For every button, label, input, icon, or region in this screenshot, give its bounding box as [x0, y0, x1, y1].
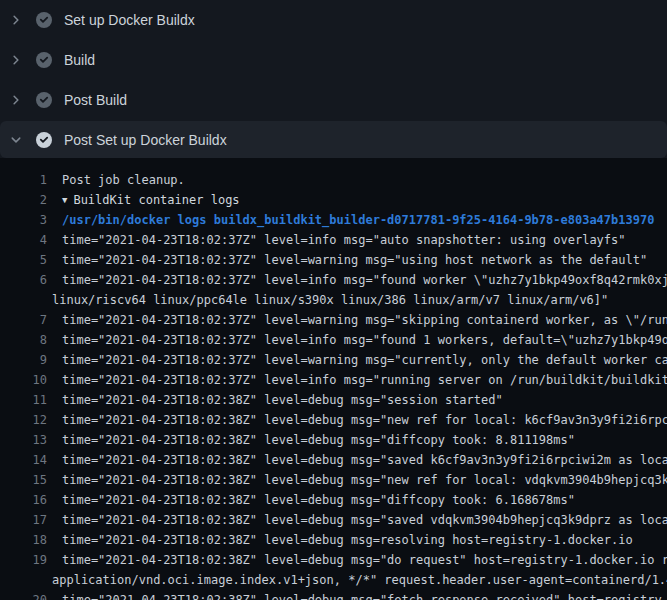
log-text: time="2021-04-23T18:02:37Z" level=warnin… — [47, 310, 667, 330]
log-text: time="2021-04-23T18:02:37Z" level=info m… — [47, 330, 667, 350]
log-line: 19time="2021-04-23T18:02:38Z" level=debu… — [0, 550, 667, 570]
line-number[interactable]: 2 — [0, 190, 47, 210]
log-console: 1Post job cleanup.2▼BuildKit container l… — [0, 158, 667, 600]
line-number[interactable]: 12 — [0, 410, 47, 430]
line-number — [0, 290, 47, 310]
log-line: 17time="2021-04-23T18:02:38Z" level=debu… — [0, 510, 667, 530]
check-circle-icon: check — [36, 52, 52, 68]
line-number[interactable]: 11 — [0, 390, 47, 410]
log-line: 20time="2021-04-23T18:02:38Z" level=debu… — [0, 590, 667, 600]
step-label: Set up Docker Buildx — [64, 12, 195, 28]
line-number[interactable]: 10 — [0, 370, 47, 390]
log-text: time="2021-04-23T18:02:37Z" level=info m… — [47, 230, 667, 250]
line-number[interactable]: 3 — [0, 210, 47, 230]
log-text: time="2021-04-23T18:02:38Z" level=debug … — [47, 390, 667, 410]
line-number[interactable]: 8 — [0, 330, 47, 350]
log-text: Post job cleanup. — [47, 170, 667, 190]
log-text: time="2021-04-23T18:02:37Z" level=warnin… — [47, 350, 667, 370]
log-line: 16time="2021-04-23T18:02:38Z" level=debu… — [0, 490, 667, 510]
log-text: time="2021-04-23T18:02:38Z" level=debug … — [47, 430, 667, 450]
log-line: 11time="2021-04-23T18:02:38Z" level=debu… — [0, 390, 667, 410]
log-line: 1Post job cleanup. — [0, 170, 667, 190]
group-expand-triangle-icon[interactable]: ▼ — [62, 190, 67, 210]
log-text: /usr/bin/docker logs buildx_buildkit_bui… — [47, 210, 667, 230]
log-line: 14time="2021-04-23T18:02:38Z" level=debu… — [0, 450, 667, 470]
line-number[interactable]: 16 — [0, 490, 47, 510]
log-text: time="2021-04-23T18:02:38Z" level=debug … — [47, 530, 667, 550]
log-line: 10time="2021-04-23T18:02:37Z" level=info… — [0, 370, 667, 390]
line-number[interactable]: 6 — [0, 270, 47, 290]
log-text: time="2021-04-23T18:02:37Z" level=info m… — [47, 370, 667, 390]
line-number[interactable]: 18 — [0, 530, 47, 550]
line-number[interactable]: 20 — [0, 590, 47, 600]
log-line: 4time="2021-04-23T18:02:37Z" level=info … — [0, 230, 667, 250]
line-number[interactable]: 1 — [0, 170, 47, 190]
log-text: time="2021-04-23T18:02:38Z" level=debug … — [47, 470, 667, 490]
log-text: application/vnd.oci.image.index.v1+json,… — [47, 570, 667, 590]
line-number[interactable]: 7 — [0, 310, 47, 330]
step-list: checkSet up Docker BuildxcheckBuildcheck… — [0, 0, 667, 158]
log-command-line: 3/usr/bin/docker logs buildx_buildkit_bu… — [0, 210, 667, 230]
log-line: 7time="2021-04-23T18:02:37Z" level=warni… — [0, 310, 667, 330]
chevron-right-icon[interactable] — [10, 54, 22, 66]
group-title: BuildKit container logs — [73, 193, 239, 207]
line-number[interactable]: 9 — [0, 350, 47, 370]
log-text: time="2021-04-23T18:02:38Z" level=debug … — [47, 550, 667, 570]
log-line: 9time="2021-04-23T18:02:37Z" level=warni… — [0, 350, 667, 370]
log-text: time="2021-04-23T18:02:38Z" level=debug … — [47, 590, 667, 600]
log-group-line: 2▼BuildKit container logs — [0, 190, 667, 210]
log-text: time="2021-04-23T18:02:38Z" level=debug … — [47, 490, 667, 510]
log-text: time="2021-04-23T18:02:38Z" level=debug … — [47, 410, 667, 430]
line-number[interactable]: 5 — [0, 250, 47, 270]
step-label: Build — [64, 52, 95, 68]
line-number — [0, 570, 47, 590]
step-row-build[interactable]: checkBuild — [0, 40, 667, 80]
check-circle-icon: check — [36, 12, 52, 28]
line-number[interactable]: 14 — [0, 450, 47, 470]
step-label: Post Set up Docker Buildx — [64, 132, 227, 148]
log-text[interactable]: ▼BuildKit container logs — [47, 190, 667, 210]
chevron-down-icon[interactable] — [10, 134, 22, 146]
step-row-post-build[interactable]: checkPost Build — [0, 80, 667, 120]
line-number[interactable]: 13 — [0, 430, 47, 450]
chevron-right-icon[interactable] — [10, 14, 22, 26]
check-circle-icon: check — [36, 132, 52, 148]
step-label: Post Build — [64, 92, 127, 108]
log-line: 12time="2021-04-23T18:02:38Z" level=debu… — [0, 410, 667, 430]
log-line: 6time="2021-04-23T18:02:37Z" level=info … — [0, 270, 667, 290]
log-line: 8time="2021-04-23T18:02:37Z" level=info … — [0, 330, 667, 350]
log-line: 13time="2021-04-23T18:02:38Z" level=debu… — [0, 430, 667, 450]
step-row-post-set-up-docker-buildx[interactable]: checkPost Set up Docker Buildx — [0, 121, 667, 158]
log-wrapped-line: application/vnd.oci.image.index.v1+json,… — [0, 570, 667, 590]
log-text: time="2021-04-23T18:02:37Z" level=warnin… — [47, 250, 667, 270]
line-number[interactable]: 19 — [0, 550, 47, 570]
line-number[interactable]: 15 — [0, 470, 47, 490]
log-text: time="2021-04-23T18:02:37Z" level=info m… — [47, 270, 667, 290]
log-wrapped-line: linux/riscv64 linux/ppc64le linux/s390x … — [0, 290, 667, 310]
actions-log-viewer: checkSet up Docker BuildxcheckBuildcheck… — [0, 0, 667, 600]
log-line: 18time="2021-04-23T18:02:38Z" level=debu… — [0, 530, 667, 550]
log-line: 5time="2021-04-23T18:02:37Z" level=warni… — [0, 250, 667, 270]
check-circle-icon: check — [36, 92, 52, 108]
log-line: 15time="2021-04-23T18:02:38Z" level=debu… — [0, 470, 667, 490]
log-text: time="2021-04-23T18:02:38Z" level=debug … — [47, 450, 667, 470]
log-text: time="2021-04-23T18:02:38Z" level=debug … — [47, 510, 667, 530]
line-number[interactable]: 4 — [0, 230, 47, 250]
chevron-right-icon[interactable] — [10, 94, 22, 106]
log-text: linux/riscv64 linux/ppc64le linux/s390x … — [47, 290, 667, 310]
line-number[interactable]: 17 — [0, 510, 47, 530]
step-row-set-up-docker-buildx[interactable]: checkSet up Docker Buildx — [0, 0, 667, 40]
